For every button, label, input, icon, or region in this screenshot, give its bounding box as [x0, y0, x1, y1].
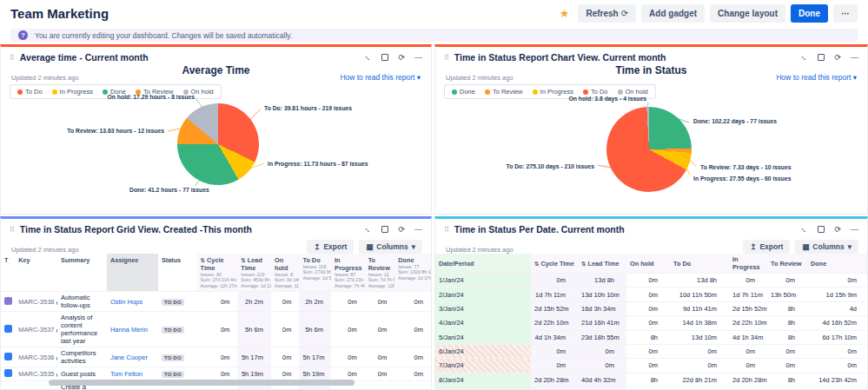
- legend-item[interactable]: Done: [452, 88, 475, 96]
- sort-icon[interactable]: ⇅: [534, 261, 539, 267]
- legend-item[interactable]: In Progress: [533, 88, 573, 96]
- date-cell: 7/Jan/24: [435, 359, 531, 373]
- date-row[interactable]: 7/Jan/24 0m 0m 0m 0m 0m 0m 0m: [435, 359, 867, 373]
- issue-row[interactable]: MARC-3538 Automatic follow-ups Ostin Hop…: [1, 292, 431, 312]
- issue-key[interactable]: MARC-3537: [15, 312, 57, 347]
- issue-summary: Analysis of content performance last yea…: [57, 312, 107, 347]
- fullscreen-icon[interactable]: [381, 226, 388, 233]
- date-row[interactable]: 5/Jan/24 4d 1h 34m 23d 18h 55m 8h 13d 10…: [435, 330, 867, 344]
- perdate-header-row: Date/Period ⇅ Cycle Time ⇅ Lead Time On …: [435, 254, 867, 274]
- col-lead-time[interactable]: ⇅ Lead TimeIssues: 219Sum: 453d 9h 27mAv…: [237, 254, 271, 292]
- col-to-do[interactable]: To Do: [670, 254, 729, 274]
- assignee-link[interactable]: Hanna Merin: [110, 326, 148, 334]
- issue-row[interactable]: MARC-3536 Competitors activities Jane Co…: [1, 347, 431, 367]
- add-gadget-button[interactable]: Add gadget: [641, 4, 705, 23]
- legend-item[interactable]: To Do: [583, 88, 608, 96]
- sort-icon[interactable]: ⇅: [201, 257, 205, 263]
- date-row[interactable]: 6/Jan/24 0m 0m 0m 0m 0m 0m 0m: [435, 344, 867, 358]
- col-done[interactable]: Done: [807, 254, 867, 274]
- drag-handle-icon[interactable]: ⠿: [444, 54, 449, 62]
- issue-type-icon: [4, 353, 12, 360]
- pie-label-todo: To Do: 39.81 hours - 219 issues: [264, 105, 352, 111]
- legend-dot: [618, 89, 623, 95]
- drag-handle-icon[interactable]: ⠿: [444, 226, 449, 234]
- horizontal-scrollbar[interactable]: [49, 380, 354, 386]
- gadget-refresh-icon[interactable]: ⟳: [398, 226, 405, 234]
- legend-item[interactable]: To Do: [17, 88, 43, 96]
- trend-chart-icon[interactable]: [56, 326, 58, 333]
- done-button[interactable]: Done: [791, 4, 828, 23]
- col-cycle-time[interactable]: ⇅ Cycle Time: [531, 254, 578, 274]
- columns-button[interactable]: ▦Columns▾: [359, 240, 422, 254]
- fullscreen-icon[interactable]: [381, 54, 388, 61]
- col-key[interactable]: Key: [15, 254, 57, 292]
- drag-handle-icon[interactable]: ⠿: [10, 54, 15, 62]
- gadget-menu-icon[interactable]: —: [851, 54, 858, 62]
- sort-icon[interactable]: ⇅: [241, 257, 245, 263]
- columns-button[interactable]: ▦Columns▾: [795, 240, 858, 254]
- date-row[interactable]: 8/Jan/24 2d 20h 28m 40d 4h 32m 8h 22d 8h…: [435, 373, 867, 387]
- drag-handle-icon[interactable]: ⠿: [10, 226, 15, 234]
- date-row[interactable]: 9/Jan/24 3d 1h 55m 55d 10h 43m 8h 34d 12…: [435, 387, 867, 390]
- col-on-hold[interactable]: On hold: [626, 254, 670, 274]
- date-row[interactable]: 4/Jan/24 2d 22h 10m 21d 16h 41m 0m 14d 1…: [435, 316, 867, 330]
- refresh-button[interactable]: Refresh⟳: [578, 4, 636, 23]
- col-in-progress[interactable]: In Progress: [729, 254, 767, 274]
- trend-chart-icon[interactable]: [56, 354, 58, 360]
- fullscreen-icon[interactable]: [818, 226, 825, 233]
- assignee-link[interactable]: Tom Felton: [110, 370, 142, 378]
- more-button[interactable]: ⋯: [833, 4, 858, 23]
- collapse-icon[interactable]: ↔: [799, 52, 811, 63]
- col-on-hold[interactable]: On holdIssues: 8Sum: 3d 14h 27mAverage: …: [271, 254, 300, 292]
- date-row[interactable]: 2/Jan/24 1d 7h 11m 13d 10h 10m 0m 10d 11…: [435, 288, 867, 301]
- trend-chart-icon[interactable]: [56, 370, 58, 377]
- col-to-review[interactable]: To Review: [767, 254, 807, 274]
- col-summary[interactable]: Summary: [57, 254, 107, 292]
- issue-row[interactable]: MARC-3537 Analysis of content performanc…: [1, 312, 431, 347]
- date-row[interactable]: 1/Jan/24 0m 13d 8h 0m 13d 8h 0m 0m 0m: [435, 274, 867, 288]
- gadget-refresh-icon[interactable]: ⟳: [834, 54, 841, 62]
- assignee-link[interactable]: Ostin Hops: [110, 298, 142, 306]
- assignee-link[interactable]: Jane Cooper: [110, 354, 148, 361]
- fullscreen-icon[interactable]: [818, 54, 825, 61]
- col-lead-time[interactable]: ⇅ Lead Time: [578, 254, 626, 274]
- gadget-menu-icon[interactable]: —: [414, 226, 422, 234]
- collapse-icon[interactable]: ↔: [799, 224, 811, 235]
- topbar-actions: ★ Refresh⟳ Add gadget Change layout Done…: [560, 4, 858, 23]
- gadget-refresh-icon[interactable]: ⟳: [398, 54, 405, 62]
- export-button[interactable]: ↥Export: [743, 240, 790, 254]
- col-status[interactable]: Status: [158, 254, 197, 292]
- col-to-do[interactable]: To DoIssues: 219Sum: 273d 3h 8mAverage: …: [299, 254, 331, 292]
- time-in-status-pie-chart[interactable]: [606, 107, 692, 192]
- status-badge: TO DO: [162, 371, 184, 378]
- export-button[interactable]: ↥Export: [307, 240, 354, 254]
- col-type[interactable]: T: [1, 254, 15, 292]
- legend-label: On hold: [626, 88, 648, 96]
- col-to-review[interactable]: To ReviewIssues: 12Sum: 7d 7h 58mAverage…: [365, 254, 395, 292]
- collapse-icon[interactable]: ↔: [363, 224, 374, 235]
- average-time-pie-chart[interactable]: [177, 103, 259, 185]
- issue-type-icon: [4, 297, 12, 305]
- trend-chart-icon[interactable]: [56, 298, 58, 305]
- issue-key[interactable]: MARC-3536: [15, 347, 57, 367]
- pie-label-todo: To Do: 275.10 days - 210 issues: [468, 163, 594, 169]
- sort-icon[interactable]: ⇅: [581, 261, 586, 267]
- chevron-down-icon: ▾: [848, 242, 851, 251]
- col-cycle-time[interactable]: ⇅ Cycle TimeIssues: 30Sum: 27d 21h 4mAve…: [197, 254, 238, 292]
- gadget-refresh-icon[interactable]: ⟳: [834, 226, 841, 234]
- legend-label: Done: [460, 88, 475, 96]
- legend-item[interactable]: On hold: [618, 88, 648, 96]
- col-in-progress[interactable]: In ProgressIssues: 87Sum: 27d 21h 4mAver…: [331, 254, 365, 292]
- col-assignee[interactable]: Assignee: [107, 254, 158, 292]
- gadget-menu-icon[interactable]: —: [414, 54, 422, 62]
- legend-item[interactable]: To Review: [485, 88, 523, 96]
- col-date-period[interactable]: Date/Period: [435, 254, 531, 274]
- change-layout-button[interactable]: Change layout: [710, 4, 785, 23]
- collapse-icon[interactable]: ↔: [363, 52, 374, 63]
- date-row[interactable]: 3/Jan/24 2d 15h 52m 16d 3h 34m 0m 9d 11h…: [435, 301, 867, 315]
- gadget-menu-icon[interactable]: —: [851, 226, 858, 234]
- col-done[interactable]: DoneIssues: 77Sum: 132d 8h 1mAverage: 1d…: [394, 254, 431, 292]
- issue-key[interactable]: MARC-3538: [15, 292, 57, 312]
- pie-label-inprogress: In Progress: 11.73 hours - 87 issues: [268, 161, 368, 167]
- favorite-star-icon[interactable]: ★: [560, 7, 570, 20]
